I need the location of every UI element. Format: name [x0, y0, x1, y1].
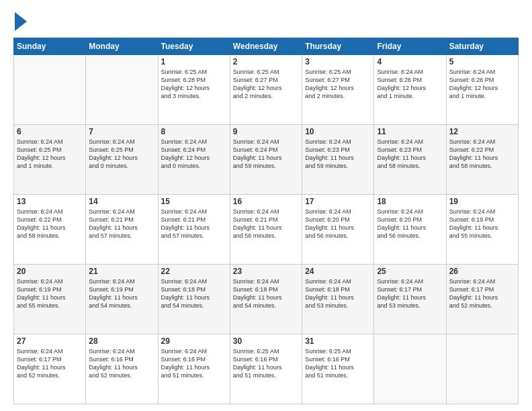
day-number: 9: [233, 127, 299, 136]
header: [13, 12, 519, 31]
calendar-cell: 14Sunrise: 6:24 AMSunset: 6:21 PMDayligh…: [86, 195, 158, 265]
calendar-cell: 20Sunrise: 6:24 AMSunset: 6:19 PMDayligh…: [14, 265, 86, 334]
day-info: Sunrise: 6:24 AMSunset: 6:18 PMDaylight:…: [305, 277, 371, 310]
day-info: Sunrise: 6:24 AMSunset: 6:25 PMDaylight:…: [17, 138, 83, 171]
calendar-week-row: 13Sunrise: 6:24 AMSunset: 6:22 PMDayligh…: [14, 195, 519, 265]
day-info: Sunrise: 6:24 AMSunset: 6:21 PMDaylight:…: [89, 208, 154, 240]
day-info: Sunrise: 6:24 AMSunset: 6:17 PMDaylight:…: [377, 277, 443, 310]
day-number: 22: [161, 267, 227, 276]
day-info: Sunrise: 6:24 AMSunset: 6:16 PMDaylight:…: [161, 347, 227, 380]
calendar-cell: 25Sunrise: 6:24 AMSunset: 6:17 PMDayligh…: [374, 265, 446, 334]
calendar-cell: 19Sunrise: 6:24 AMSunset: 6:19 PMDayligh…: [446, 195, 518, 265]
day-info: Sunrise: 6:24 AMSunset: 6:19 PMDaylight:…: [17, 277, 83, 310]
weekday-header-tuesday: Tuesday: [158, 38, 230, 55]
day-number: 20: [17, 267, 83, 276]
calendar-cell: [86, 55, 158, 125]
day-info: Sunrise: 6:24 AMSunset: 6:20 PMDaylight:…: [305, 208, 371, 240]
weekday-header-thursday: Thursday: [302, 38, 374, 55]
day-number: 4: [377, 57, 443, 66]
day-number: 29: [161, 336, 227, 346]
calendar-cell: [374, 334, 446, 404]
day-number: 1: [161, 57, 227, 66]
day-number: 15: [161, 197, 227, 206]
day-number: 13: [17, 197, 83, 206]
day-number: 28: [89, 336, 154, 346]
calendar-cell: [14, 55, 86, 125]
calendar-cell: 31Sunrise: 6:25 AMSunset: 6:16 PMDayligh…: [302, 334, 374, 404]
day-info: Sunrise: 6:25 AMSunset: 6:16 PMDaylight:…: [305, 347, 371, 380]
day-info: Sunrise: 6:24 AMSunset: 6:21 PMDaylight:…: [233, 208, 299, 240]
day-number: 2: [233, 57, 299, 66]
weekday-header-sunday: Sunday: [14, 38, 86, 55]
calendar-cell: 22Sunrise: 6:24 AMSunset: 6:18 PMDayligh…: [158, 265, 230, 334]
day-info: Sunrise: 6:24 AMSunset: 6:26 PMDaylight:…: [449, 68, 515, 101]
calendar-cell: 27Sunrise: 6:24 AMSunset: 6:17 PMDayligh…: [14, 334, 86, 404]
day-number: 30: [233, 336, 299, 346]
day-info: Sunrise: 6:25 AMSunset: 6:27 PMDaylight:…: [305, 68, 371, 101]
calendar-cell: 16Sunrise: 6:24 AMSunset: 6:21 PMDayligh…: [230, 195, 302, 265]
day-info: Sunrise: 6:24 AMSunset: 6:19 PMDaylight:…: [89, 277, 154, 310]
calendar-cell: 1Sunrise: 6:25 AMSunset: 6:28 PMDaylight…: [158, 55, 230, 125]
calendar-cell: 17Sunrise: 6:24 AMSunset: 6:20 PMDayligh…: [302, 195, 374, 265]
day-number: 10: [305, 127, 371, 136]
day-number: 11: [377, 127, 443, 136]
day-number: 27: [17, 336, 83, 346]
weekday-header-wednesday: Wednesday: [230, 38, 302, 55]
logo: [13, 12, 27, 31]
day-info: Sunrise: 6:24 AMSunset: 6:16 PMDaylight:…: [89, 347, 154, 380]
calendar-cell: [446, 334, 518, 404]
day-info: Sunrise: 6:24 AMSunset: 6:17 PMDaylight:…: [449, 277, 515, 310]
day-number: 21: [89, 267, 154, 276]
day-info: Sunrise: 6:25 AMSunset: 6:28 PMDaylight:…: [161, 68, 227, 101]
day-info: Sunrise: 6:24 AMSunset: 6:18 PMDaylight:…: [233, 277, 299, 310]
day-number: 26: [449, 267, 515, 276]
weekday-header-monday: Monday: [86, 38, 158, 55]
calendar-cell: 2Sunrise: 6:25 AMSunset: 6:27 PMDaylight…: [230, 55, 302, 125]
day-number: 31: [305, 336, 371, 346]
day-info: Sunrise: 6:24 AMSunset: 6:18 PMDaylight:…: [161, 277, 227, 310]
logo-icon: [15, 12, 27, 31]
day-info: Sunrise: 6:24 AMSunset: 6:17 PMDaylight:…: [17, 347, 83, 380]
day-info: Sunrise: 6:24 AMSunset: 6:21 PMDaylight:…: [161, 208, 227, 240]
day-info: Sunrise: 6:25 AMSunset: 6:16 PMDaylight:…: [233, 347, 299, 380]
day-info: Sunrise: 6:24 AMSunset: 6:24 PMDaylight:…: [161, 138, 227, 171]
calendar-cell: 29Sunrise: 6:24 AMSunset: 6:16 PMDayligh…: [158, 334, 230, 404]
day-info: Sunrise: 6:24 AMSunset: 6:22 PMDaylight:…: [17, 208, 83, 240]
day-number: 5: [449, 57, 515, 66]
calendar-cell: 24Sunrise: 6:24 AMSunset: 6:18 PMDayligh…: [302, 265, 374, 334]
day-info: Sunrise: 6:24 AMSunset: 6:26 PMDaylight:…: [377, 68, 443, 101]
day-info: Sunrise: 6:25 AMSunset: 6:27 PMDaylight:…: [233, 68, 299, 101]
day-number: 19: [449, 197, 515, 206]
calendar-cell: 11Sunrise: 6:24 AMSunset: 6:23 PMDayligh…: [374, 125, 446, 195]
calendar-cell: 21Sunrise: 6:24 AMSunset: 6:19 PMDayligh…: [86, 265, 158, 334]
calendar-cell: 26Sunrise: 6:24 AMSunset: 6:17 PMDayligh…: [446, 265, 518, 334]
day-number: 24: [305, 267, 371, 276]
page: SundayMondayTuesdayWednesdayThursdayFrid…: [0, 0, 532, 411]
day-number: 12: [449, 127, 515, 136]
weekday-header-saturday: Saturday: [446, 38, 518, 55]
day-number: 7: [89, 127, 154, 136]
calendar-cell: 5Sunrise: 6:24 AMSunset: 6:26 PMDaylight…: [446, 55, 518, 125]
day-number: 8: [161, 127, 227, 136]
day-info: Sunrise: 6:24 AMSunset: 6:24 PMDaylight:…: [233, 138, 299, 171]
weekday-header-row: SundayMondayTuesdayWednesdayThursdayFrid…: [14, 38, 519, 55]
calendar-cell: 18Sunrise: 6:24 AMSunset: 6:20 PMDayligh…: [374, 195, 446, 265]
day-info: Sunrise: 6:24 AMSunset: 6:20 PMDaylight:…: [377, 208, 443, 240]
day-number: 25: [377, 267, 443, 276]
calendar-cell: 23Sunrise: 6:24 AMSunset: 6:18 PMDayligh…: [230, 265, 302, 334]
calendar-cell: 6Sunrise: 6:24 AMSunset: 6:25 PMDaylight…: [14, 125, 86, 195]
calendar-cell: 9Sunrise: 6:24 AMSunset: 6:24 PMDaylight…: [230, 125, 302, 195]
day-number: 16: [233, 197, 299, 206]
day-number: 6: [17, 127, 83, 136]
calendar-week-row: 1Sunrise: 6:25 AMSunset: 6:28 PMDaylight…: [14, 55, 519, 125]
day-info: Sunrise: 6:24 AMSunset: 6:23 PMDaylight:…: [305, 138, 371, 171]
day-info: Sunrise: 6:24 AMSunset: 6:23 PMDaylight:…: [377, 138, 443, 171]
calendar-cell: 30Sunrise: 6:25 AMSunset: 6:16 PMDayligh…: [230, 334, 302, 404]
calendar-cell: 28Sunrise: 6:24 AMSunset: 6:16 PMDayligh…: [86, 334, 158, 404]
calendar-cell: 12Sunrise: 6:24 AMSunset: 6:22 PMDayligh…: [446, 125, 518, 195]
calendar-cell: 8Sunrise: 6:24 AMSunset: 6:24 PMDaylight…: [158, 125, 230, 195]
day-info: Sunrise: 6:24 AMSunset: 6:25 PMDaylight:…: [89, 138, 154, 171]
calendar-week-row: 27Sunrise: 6:24 AMSunset: 6:17 PMDayligh…: [14, 334, 519, 404]
calendar-cell: 7Sunrise: 6:24 AMSunset: 6:25 PMDaylight…: [86, 125, 158, 195]
calendar-week-row: 6Sunrise: 6:24 AMSunset: 6:25 PMDaylight…: [14, 125, 519, 195]
